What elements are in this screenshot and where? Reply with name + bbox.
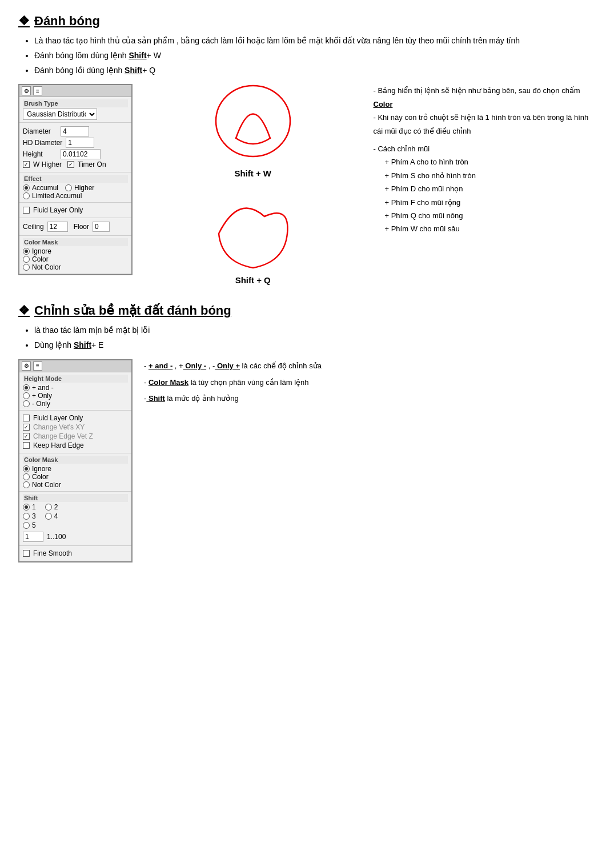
r1-row: 1 xyxy=(23,503,36,511)
color-radio2[interactable] xyxy=(23,473,30,480)
keep-hard-edge-checkbox[interactable] xyxy=(23,442,30,449)
brush-type-title: Brush Type xyxy=(23,99,128,107)
fluid-section2: Fluid Layer Only Change Vet's XY Change … xyxy=(19,411,131,453)
section2-desc: - + and - , + Only - , - Only + là các c… xyxy=(144,359,596,406)
shape2-svg xyxy=(207,196,299,271)
height-input[interactable] xyxy=(61,149,101,159)
s2-bullet2: Dùng lệnh Shift+ E xyxy=(34,339,596,352)
and-minus-label: + and - xyxy=(32,384,54,392)
diameter-input[interactable] xyxy=(61,126,89,136)
desc1-line9: + Phím W cho mũi sâu xyxy=(385,222,596,235)
section1: ❖ Đánh bóng Là thao tác tạo hình thủ của… xyxy=(18,14,596,285)
effect-section: Effect Accumul Higher Limited Accumul xyxy=(19,172,131,203)
hd-diameter-label: HD Diameter xyxy=(23,139,62,147)
accumul-radio[interactable] xyxy=(23,184,30,191)
color-row2: Color xyxy=(23,473,128,481)
timer-on-checkbox[interactable] xyxy=(67,161,74,168)
s2-bullet1: là thao tác làm mịn bề mặt bị lỗi xyxy=(34,324,596,337)
color-mask-title1: Color Mask xyxy=(23,238,128,246)
fine-smooth-checkbox[interactable] xyxy=(23,550,30,557)
ignore-radio1[interactable] xyxy=(23,248,30,255)
color-radio1[interactable] xyxy=(23,256,30,263)
bullet2: Đánh bóng lõm dùng lệnh Shift+ W xyxy=(34,49,596,63)
diamond-icon1: ❖ xyxy=(18,14,30,29)
r1-radio[interactable] xyxy=(23,504,30,511)
change-vet-xy-label: Change Vet's XY xyxy=(33,423,85,431)
center-shapes-col: Shift + W Shift + Q xyxy=(142,84,364,285)
and-minus-row: + and - xyxy=(23,384,128,392)
not-color-radio2[interactable] xyxy=(23,481,30,488)
panel-icon-list[interactable]: ≡ xyxy=(33,86,42,95)
color-mask-title2: Color Mask xyxy=(23,456,128,464)
not-color-radio1[interactable] xyxy=(23,264,30,271)
panel-title-bar: ⚙ ≡ xyxy=(19,85,131,97)
shape2-container: Shift + Q xyxy=(207,196,299,285)
floor-label: Floor xyxy=(74,223,89,231)
panel2-icon-settings[interactable]: ⚙ xyxy=(22,361,31,371)
r1-label: 1 xyxy=(32,503,36,511)
and-minus-radio[interactable] xyxy=(23,384,30,391)
minus-only-label: - Only xyxy=(32,400,50,408)
minus-only-row: - Only xyxy=(23,400,128,408)
not-color-label1: Not Color xyxy=(32,263,61,271)
shift-range-label: 1..100 xyxy=(47,533,66,541)
diameter-row: Diameter xyxy=(23,126,128,136)
effect-title: Effect xyxy=(23,175,128,183)
fluid-checkbox2[interactable] xyxy=(23,415,30,421)
change-vet-xy-row: Change Vet's XY xyxy=(23,423,128,431)
timer-on-label: Timer On xyxy=(78,160,106,168)
fluid-label1: Fluid Layer Only xyxy=(33,206,83,214)
r3-radio[interactable] xyxy=(23,513,30,520)
ignore-radio2[interactable] xyxy=(23,465,30,472)
fluid-row1: Fluid Layer Only xyxy=(23,206,128,214)
svg-point-0 xyxy=(216,86,290,156)
shape1-container: Shift + W xyxy=(207,84,299,178)
plus-only-radio[interactable] xyxy=(23,392,30,399)
shape1-svg xyxy=(207,84,299,164)
higher-radio[interactable] xyxy=(65,184,72,191)
not-color-label2: Not Color xyxy=(32,481,61,489)
fine-smooth-row: Fine Smooth xyxy=(23,549,128,557)
r5-radio[interactable] xyxy=(23,522,30,529)
fluid-checkbox1[interactable] xyxy=(23,207,30,214)
height-mode-panel: ⚙ ≡ Height Mode + and - + Only xyxy=(18,359,133,562)
change-edge-vet-z-checkbox[interactable] xyxy=(23,433,30,440)
panel2-icon-list[interactable]: ≡ xyxy=(33,361,42,371)
shift-value-input[interactable] xyxy=(23,532,43,542)
floor-input[interactable] xyxy=(93,222,110,232)
r2-radio[interactable] xyxy=(45,504,52,511)
plus-only-label: + Only xyxy=(32,392,52,400)
desc1-line7: + Phím F cho mũi rộng xyxy=(385,196,596,209)
ceiling-input[interactable] xyxy=(47,222,68,232)
r2-label: 2 xyxy=(54,503,58,511)
diameter-section: Diameter HD Diameter Height W Higher xyxy=(19,123,131,172)
ignore-label1: Ignore xyxy=(32,247,51,255)
desc1-line8: + Phím Q cho mũi nông xyxy=(385,209,596,222)
shape1-label: Shift + W xyxy=(234,168,271,178)
r4-label: 4 xyxy=(54,512,58,520)
brush-type-select[interactable]: Gaussian Distribution xyxy=(23,108,97,120)
height-row: Height xyxy=(23,149,128,159)
diamond-icon2: ❖ xyxy=(18,303,30,318)
limited-accumul-radio[interactable] xyxy=(23,192,30,199)
ceiling-floor-row: Ceiling Floor xyxy=(23,222,128,232)
change-edge-vet-z-label: Change Edge Vet Z xyxy=(33,432,93,440)
r2-row: 2 xyxy=(45,503,58,511)
ceiling-floor-section: Ceiling Floor xyxy=(19,218,131,236)
change-vet-xy-checkbox[interactable] xyxy=(23,424,30,431)
bullet3: Đánh bóng lồi dùng lệnh Shift+ Q xyxy=(34,64,596,78)
shift-section: Shift 1 2 3 xyxy=(19,492,131,546)
w-higher-checkbox[interactable] xyxy=(23,161,30,168)
brush-type-section: Brush Type Gaussian Distribution xyxy=(19,97,131,123)
minus-only-radio[interactable] xyxy=(23,400,30,407)
keep-hard-edge-row: Keep Hard Edge xyxy=(23,441,128,449)
ignore-row2: Ignore xyxy=(23,465,128,473)
shift-title: Shift xyxy=(23,494,128,502)
desc1-line6: + Phím D cho mũi nhọn xyxy=(385,182,596,195)
r4-radio[interactable] xyxy=(45,513,52,520)
color-mask-section2: Color Mask Ignore Color Not Color xyxy=(19,453,131,492)
panel-icon-settings[interactable]: ⚙ xyxy=(22,86,31,95)
higher-label: Higher xyxy=(74,184,94,192)
hd-diameter-input[interactable] xyxy=(66,138,94,148)
r3-label: 3 xyxy=(32,512,36,520)
